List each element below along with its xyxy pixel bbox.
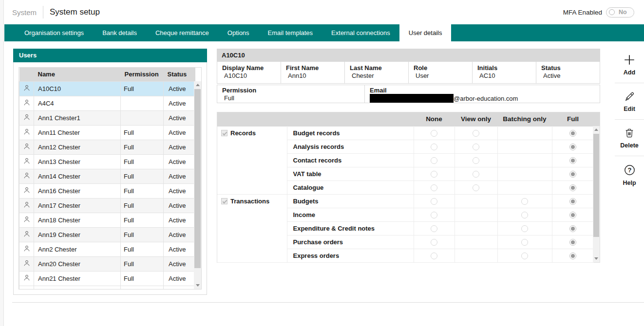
matrix-cell-full[interactable]	[552, 140, 594, 154]
matrix-scrollbar[interactable]	[593, 126, 600, 262]
matrix-cell-full[interactable]	[552, 235, 594, 249]
user-permission-cell[interactable]: Full	[121, 256, 164, 271]
matrix-cell-full[interactable]	[552, 249, 594, 263]
user-row-ann21-chester[interactable]: Ann21 ChesterFullActive	[19, 271, 195, 286]
user-row-ann12-chester[interactable]: Ann12 ChesterFullActive	[19, 140, 195, 154]
user-row-ann14-chester[interactable]: Ann14 ChesterFullActive	[19, 169, 195, 183]
user-name-cell[interactable]: Ann21 Chester	[34, 271, 121, 286]
user-row-ann18-chester[interactable]: Ann18 ChesterFullActive	[19, 213, 195, 227]
user-permission-cell[interactable]: Full	[121, 169, 164, 183]
matrix-cell-batching-only[interactable]	[497, 195, 552, 208]
user-permission-cell[interactable]: Full	[121, 81, 164, 96]
checkbox-checked-icon[interactable]	[221, 130, 227, 136]
tab-external-connections[interactable]: External connections	[322, 24, 399, 41]
user-row-ann2-chester[interactable]: Ann2 ChesterFullActive	[19, 242, 195, 256]
user-permission-cell[interactable]: Full	[121, 198, 164, 213]
radio-selected-icon[interactable]	[569, 130, 576, 137]
scroll-down-icon[interactable]	[196, 284, 200, 287]
add-button[interactable]: Add	[615, 46, 644, 83]
user-name-cell[interactable]: Ann13 Chester	[34, 154, 121, 169]
matrix-cell-batching-only[interactable]	[497, 235, 552, 249]
user-row-ann19-chester[interactable]: Ann19 ChesterFullActive	[19, 227, 195, 242]
user-row-a10c10[interactable]: A10C10FullActive	[19, 81, 195, 96]
user-name-cell[interactable]: Ann20 Chester	[34, 256, 121, 271]
matrix-cell-full[interactable]	[552, 154, 594, 167]
radio-selected-icon[interactable]	[569, 144, 576, 150]
matrix-cell-none[interactable]	[414, 208, 455, 222]
users-scrollbar[interactable]	[194, 81, 201, 289]
matrix-cell-full[interactable]	[552, 181, 594, 195]
user-permission-cell[interactable]: Full	[121, 154, 164, 169]
matrix-cell-none[interactable]	[414, 140, 455, 154]
matrix-cell-none[interactable]	[414, 222, 455, 235]
matrix-cell-batching-only[interactable]	[497, 208, 552, 222]
matrix-cell-view-only[interactable]	[455, 140, 497, 154]
user-permission-cell[interactable]: Full	[121, 125, 164, 140]
user-name-cell[interactable]: Ann19 Chester	[34, 227, 121, 242]
radio-selected-icon[interactable]	[569, 225, 576, 232]
user-name-cell[interactable]: Ann12 Chester	[34, 140, 121, 154]
matrix-cell-view-only[interactable]	[455, 127, 497, 140]
radio-unselected-icon[interactable]	[521, 198, 528, 205]
user-status-cell[interactable]: Active	[164, 213, 195, 227]
radio-unselected-icon[interactable]	[431, 184, 437, 191]
user-name-cell[interactable]: Ann11 Chester	[34, 125, 121, 140]
user-permission-cell[interactable]: Full	[121, 242, 164, 256]
matrix-cell-full[interactable]	[552, 127, 594, 140]
user-name-cell[interactable]: Ann1 Chester1	[34, 110, 121, 125]
tab-options[interactable]: Options	[218, 24, 259, 41]
delete-button[interactable]: Delete	[615, 120, 644, 156]
user-permission-cell[interactable]: Full	[121, 140, 164, 154]
user-permission-cell[interactable]	[121, 96, 164, 110]
user-row-ann1-chester1[interactable]: Ann1 Chester1Active	[19, 110, 195, 125]
user-status-cell[interactable]: Active	[164, 110, 195, 125]
user-name-cell[interactable]: Ann14 Chester	[34, 169, 121, 183]
user-name-cell[interactable]: Ann18 Chester	[34, 213, 121, 227]
user-permission-cell[interactable]: Full	[121, 213, 164, 227]
user-status-cell[interactable]: Active	[164, 198, 195, 213]
radio-selected-icon[interactable]	[569, 239, 576, 246]
tab-cheque-remittance[interactable]: Cheque remittance	[146, 24, 218, 41]
matrix-cell-none[interactable]	[414, 127, 455, 140]
user-row-ann16-chester[interactable]: Ann16 ChesterFullActive	[19, 183, 195, 198]
user-permission-cell[interactable]	[121, 110, 164, 125]
user-status-cell[interactable]: Active	[164, 227, 195, 242]
matrix-scrollbar-thumb[interactable]	[593, 134, 599, 237]
matrix-cell-batching-only[interactable]	[497, 249, 552, 263]
radio-unselected-icon[interactable]	[473, 130, 479, 137]
user-permission-cell[interactable]: Full	[121, 227, 164, 242]
user-permission-cell[interactable]: Full	[121, 271, 164, 286]
scroll-up-icon[interactable]	[594, 128, 598, 131]
radio-unselected-icon[interactable]	[473, 157, 479, 164]
radio-selected-icon[interactable]	[569, 212, 576, 218]
matrix-cell-batching-only[interactable]	[497, 222, 552, 235]
tab-organisation-settings[interactable]: Organisation settings	[15, 24, 93, 41]
matrix-cell-full[interactable]	[552, 167, 594, 181]
matrix-cell-view-only[interactable]	[455, 167, 497, 181]
radio-unselected-icon[interactable]	[521, 225, 528, 232]
tab-bank-details[interactable]: Bank details	[93, 24, 146, 41]
radio-selected-icon[interactable]	[569, 157, 576, 164]
user-name-cell[interactable]: Ann2 Chester	[34, 242, 121, 256]
tab-email-templates[interactable]: Email templates	[259, 24, 322, 41]
scroll-up-icon[interactable]	[196, 84, 200, 86]
user-status-cell[interactable]: Active	[164, 242, 195, 256]
matrix-cell-full[interactable]	[552, 222, 594, 235]
matrix-cell-full[interactable]	[552, 195, 594, 208]
user-row-a4c4[interactable]: A4C4Active	[19, 96, 195, 110]
radio-unselected-icon[interactable]	[473, 184, 479, 191]
radio-unselected-icon[interactable]	[473, 171, 479, 178]
user-row-ann13-chester[interactable]: Ann13 ChesterFullActive	[19, 154, 195, 169]
radio-unselected-icon[interactable]	[431, 198, 437, 205]
users-scrollbar-thumb[interactable]	[194, 89, 201, 268]
matrix-cell-none[interactable]	[414, 181, 455, 195]
radio-unselected-icon[interactable]	[431, 171, 437, 178]
radio-selected-icon[interactable]	[569, 253, 576, 259]
user-name-cell[interactable]: Ann16 Chester	[34, 183, 121, 198]
radio-selected-icon[interactable]	[569, 184, 576, 191]
matrix-cell-none[interactable]	[414, 195, 455, 208]
user-row-ann11-chester[interactable]: Ann11 ChesterFullActive	[19, 125, 195, 140]
radio-unselected-icon[interactable]	[431, 212, 437, 218]
user-status-cell[interactable]: Active	[164, 271, 195, 286]
help-button[interactable]: ?Help	[615, 156, 644, 193]
